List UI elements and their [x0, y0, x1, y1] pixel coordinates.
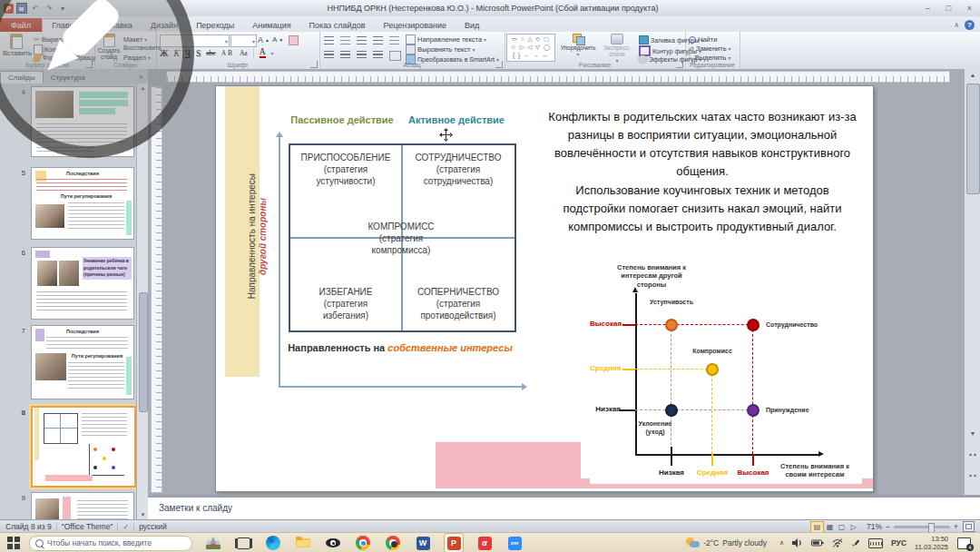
drawing-dialog-launcher[interactable]: [676, 61, 683, 68]
next-slide-button[interactable]: ▼▼: [965, 472, 980, 485]
current-slide[interactable]: Пассивное действие Активное действие ПРИ…: [216, 86, 873, 491]
replace-button[interactable]: ⇄ Заменить▾: [689, 44, 731, 53]
tab-review[interactable]: Рецензирование: [375, 19, 456, 32]
scroll-down-icon[interactable]: ▼: [965, 428, 980, 440]
view-normal-icon[interactable]: ▤: [810, 521, 824, 533]
castle-wallpaper-icon[interactable]: [204, 534, 222, 552]
scroll-thumb[interactable]: [966, 84, 980, 194]
slide-thumbnail-6[interactable]: Унижение ребёнка в родительском чате (пр…: [31, 247, 134, 320]
edge-icon[interactable]: [264, 534, 282, 552]
indent-decrease-icon[interactable]: [357, 36, 367, 44]
word-icon[interactable]: W: [414, 534, 432, 552]
zoom-slider-thumb[interactable]: [928, 523, 935, 533]
tab-view[interactable]: Вид: [456, 19, 488, 32]
strikethrough-button[interactable]: abc: [206, 49, 215, 57]
view-reading-icon[interactable]: ▢: [836, 522, 848, 532]
zoom-in-button[interactable]: +: [954, 522, 958, 531]
vertical-ruler[interactable]: [151, 86, 162, 493]
clock[interactable]: 13:50 11.03.2025: [915, 535, 948, 552]
spellcheck-icon[interactable]: ✓: [122, 523, 129, 531]
battery-icon[interactable]: [811, 539, 824, 547]
scroll-up-icon[interactable]: ▲: [965, 69, 980, 82]
shrink-font-icon[interactable]: А▼: [272, 35, 283, 44]
pen-icon[interactable]: [851, 538, 860, 547]
alpha-app-icon[interactable]: α: [475, 534, 494, 552]
volume-icon[interactable]: [792, 538, 803, 547]
thumb-accent-tag: [35, 251, 50, 258]
theme-name[interactable]: "Office Theme": [62, 522, 113, 531]
tab-animations[interactable]: Анимация: [243, 19, 299, 32]
file-explorer-icon[interactable]: [294, 534, 312, 552]
font-color-button[interactable]: А: [260, 48, 266, 58]
select-button[interactable]: ▷ Выделить▾: [689, 54, 730, 62]
paragraph-dialog-launcher[interactable]: [495, 61, 503, 68]
touch-keyboard-icon[interactable]: [868, 538, 883, 548]
align-right-icon[interactable]: [357, 51, 367, 59]
zoom-slider[interactable]: [894, 526, 950, 528]
matrix-x-caption-orange: собственные интересы: [387, 342, 513, 353]
view-slide-sorter-icon[interactable]: ▦: [824, 522, 836, 532]
horizontal-ruler[interactable]: [166, 71, 950, 83]
slide-scrollbar[interactable]: ▲ ▼ ▲▲ ▼▼: [964, 69, 980, 495]
columns-icon[interactable]: [389, 51, 401, 61]
pen-cursor-icon: [21, 0, 130, 97]
font-dialog-launcher[interactable]: [310, 61, 318, 68]
task-view-icon[interactable]: [234, 534, 252, 552]
numbering-icon[interactable]: [340, 36, 350, 44]
character-spacing-button[interactable]: АВ: [221, 49, 234, 57]
bullets-icon[interactable]: [324, 36, 334, 44]
grow-font-icon[interactable]: А▲: [258, 35, 270, 44]
line-spacing-icon[interactable]: [389, 36, 399, 44]
panel-scroll-thumb[interactable]: [139, 292, 148, 412]
slide-thumbnail-5[interactable]: Последствия Пути регулирования: [31, 167, 134, 240]
powerpoint-taskbar-icon[interactable]: P: [444, 533, 464, 552]
zoom-out-button[interactable]: −: [886, 522, 890, 531]
align-left-icon[interactable]: [324, 51, 334, 59]
ytick-stub-mid: [622, 369, 635, 370]
clear-formatting-icon[interactable]: [289, 35, 299, 45]
minimize-button[interactable]: –: [917, 2, 938, 15]
slide-thumbnail-8-selected[interactable]: [31, 406, 136, 488]
start-button[interactable]: [7, 537, 20, 549]
slide-thumbnail-7[interactable]: Последствия Пути регулирования: [31, 325, 134, 399]
shapes-gallery[interactable]: ▭ ○ △ ◇ ▢ ☆ ▷ ◁ ▽ ◯ { } ← → ↔: [506, 34, 555, 62]
input-language-indicator[interactable]: РУС: [891, 538, 906, 547]
text-direction-button[interactable]: Направление текста▾: [406, 34, 486, 44]
tab-transitions[interactable]: Переходы: [187, 19, 243, 32]
ribbon-collapse-icon[interactable]: ∧: [954, 21, 959, 29]
close-button[interactable]: ×: [959, 2, 980, 15]
previous-slide-button[interactable]: ▲▲: [965, 450, 980, 463]
fit-slide-to-window-button[interactable]: [963, 521, 975, 532]
panel-scrollbar[interactable]: ▲ ▼: [136, 84, 149, 519]
notes-pane[interactable]: Заметки к слайду: [148, 495, 980, 522]
matrix-y-caption-black: Направленность на интересы: [247, 173, 257, 299]
chrome-icon[interactable]: [354, 534, 372, 552]
taskbar-search-input[interactable]: Чтобы начать поиск, введите: [29, 536, 192, 551]
matrix-y-arrowhead: [276, 132, 283, 137]
text-shadow-button[interactable]: S: [196, 49, 201, 58]
quick-styles-button[interactable]: Экспресс-стили▾: [599, 34, 635, 64]
network-icon[interactable]: [832, 538, 843, 547]
language-indicator[interactable]: русский: [139, 522, 167, 531]
tray-chevron-icon[interactable]: ∧: [779, 539, 784, 547]
align-center-icon[interactable]: [340, 51, 350, 59]
maximize-button[interactable]: □: [938, 2, 959, 15]
strategy-chart[interactable]: Степень внимания к интересам другой стор…: [590, 261, 862, 484]
tab-slideshow[interactable]: Показ слайдов: [300, 19, 375, 32]
chrome-profile-icon[interactable]: [384, 534, 402, 552]
change-case-button[interactable]: Аа: [240, 49, 248, 57]
notification-center-icon[interactable]: 4: [957, 537, 971, 549]
eye-app-icon[interactable]: [324, 534, 342, 552]
zoom-app-icon[interactable]: zm: [505, 534, 524, 552]
find-button[interactable]: Найти: [689, 35, 717, 44]
help-icon[interactable]: ?: [965, 20, 975, 30]
shapes-row: { } ← → ↔: [507, 51, 554, 59]
indent-increase-icon[interactable]: [373, 36, 383, 44]
justify-icon[interactable]: [373, 51, 383, 59]
font-size-select[interactable]: ▾: [230, 34, 257, 47]
weather-temp[interactable]: -2°C: [703, 538, 719, 547]
arrange-button[interactable]: Упорядочить▾: [559, 34, 597, 57]
view-slideshow-icon[interactable]: ▷: [848, 522, 859, 532]
align-text-button[interactable]: Выровнять текст▾: [406, 44, 475, 54]
weather-text[interactable]: Partly cloudy: [722, 538, 767, 547]
